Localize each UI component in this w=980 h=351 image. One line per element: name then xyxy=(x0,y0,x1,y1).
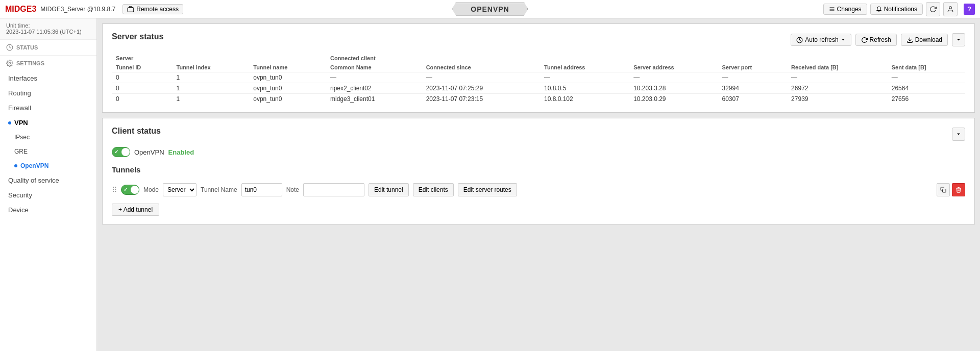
auto-refresh-button[interactable]: Auto refresh xyxy=(791,34,851,46)
unit-time-value: 2023-11-07 11:05:36 (UTC+1) xyxy=(6,29,90,35)
connected_since-cell: — xyxy=(422,72,540,83)
tunnel_name-cell: ovpn_tun0 xyxy=(249,83,326,94)
sidebar-item-security[interactable]: Security xyxy=(0,188,96,203)
sidebar: Unit time: 2023-11-07 11:05:36 (UTC+1) S… xyxy=(0,18,97,351)
mode-label: Mode xyxy=(143,186,159,193)
common_name-cell: midge3_client01 xyxy=(326,94,422,105)
ipsec-label: IPsec xyxy=(14,134,30,141)
notification-icon xyxy=(876,6,882,12)
openvpn-label: OpenVPN xyxy=(20,162,48,169)
add-tunnel-button[interactable]: + Add tunnel xyxy=(112,204,159,216)
note-input[interactable] xyxy=(303,183,364,196)
openvpn-toggle-row: ✓ OpenVPN Enabled xyxy=(112,147,965,157)
note-label: Note xyxy=(286,186,299,193)
enabled-status: Enabled xyxy=(168,148,194,156)
tunnel-name-header: Tunnel name xyxy=(249,63,326,72)
client-collapse-button[interactable] xyxy=(952,128,965,141)
edit-clients-button[interactable]: Edit clients xyxy=(413,183,454,196)
status-section: STATUS xyxy=(0,39,96,55)
openvpn-toggle[interactable]: ✓ xyxy=(112,147,130,157)
tunnel-address-header xyxy=(540,54,629,63)
server_address-cell: 10.203.0.29 xyxy=(629,94,718,105)
tunnel-toggle[interactable]: ✓ xyxy=(121,185,139,195)
user-icon-button[interactable] xyxy=(943,2,958,16)
page-title: OPENVPN xyxy=(452,3,528,16)
connected-since-header: Connected since xyxy=(422,63,540,72)
notifications-label: Notifications xyxy=(884,6,917,13)
tunnel-name-input[interactable] xyxy=(241,183,282,196)
chevron-down-icon2 xyxy=(955,37,962,43)
firewall-label: Firewall xyxy=(8,104,31,112)
tunnel_index-cell: 1 xyxy=(173,94,250,105)
refresh-button[interactable]: Refresh xyxy=(855,34,897,46)
tunnels-title: Tunnels xyxy=(112,165,965,174)
tunnel_name-cell: ovpn_tun0 xyxy=(249,72,326,83)
server-port-col-header: Server port xyxy=(718,63,788,72)
edit-tunnel-button[interactable]: Edit tunnel xyxy=(369,183,409,196)
edit-server-routes-button[interactable]: Edit server routes xyxy=(458,183,517,196)
routing-label: Routing xyxy=(8,89,31,97)
server-status-title: Server status xyxy=(112,32,163,41)
sidebar-item-gre[interactable]: GRE xyxy=(0,144,96,159)
layout: Unit time: 2023-11-07 11:05:36 (UTC+1) S… xyxy=(0,18,980,351)
changes-button[interactable]: Changes xyxy=(823,4,867,15)
sidebar-item-interfaces[interactable]: Interfaces xyxy=(0,71,96,86)
help-button[interactable]: ? xyxy=(964,4,975,15)
tunnel_index-cell: 1 xyxy=(173,72,250,83)
server_port-cell: 60307 xyxy=(718,94,788,105)
svg-rect-0 xyxy=(128,8,134,12)
toggle-check-mark: ✓ xyxy=(114,149,118,155)
connected_since-cell: 2023-11-07 07:23:15 xyxy=(422,94,540,105)
refresh-label: Refresh xyxy=(870,36,891,43)
svg-rect-2 xyxy=(829,9,834,9)
copy-icon xyxy=(940,187,946,193)
remote-access-button[interactable]: Remote access xyxy=(122,4,183,14)
sidebar-item-vpn[interactable]: VPN xyxy=(0,115,96,130)
table-row: 01ovpn_tun0——————— xyxy=(112,72,965,83)
openvpn-label-client: OpenVPN xyxy=(134,148,164,156)
gre-label: GRE xyxy=(14,148,28,155)
sent_data-cell: 26564 xyxy=(888,83,965,94)
tunnel_id-cell: 0 xyxy=(112,72,173,83)
client-status-title: Client status xyxy=(112,127,161,136)
collapse-button[interactable] xyxy=(952,33,965,46)
server-address-header xyxy=(629,54,718,63)
copy-tunnel-button[interactable] xyxy=(937,183,950,196)
received_data-cell: 27939 xyxy=(787,94,888,105)
server_address-cell: 10.203.3.28 xyxy=(629,83,718,94)
drag-handle[interactable]: ⠿ xyxy=(112,186,117,194)
common_name-cell: — xyxy=(326,72,422,83)
sidebar-item-ipsec[interactable]: IPsec xyxy=(0,130,96,144)
tunnel_address-cell: — xyxy=(540,72,629,83)
tunnel_id-cell: 0 xyxy=(112,83,173,94)
sidebar-item-routing[interactable]: Routing xyxy=(0,86,96,101)
sidebar-item-openvpn[interactable]: OpenVPN xyxy=(0,159,96,173)
topbar-right: Changes Notifications ? xyxy=(823,2,975,16)
download-button[interactable]: Download xyxy=(901,34,948,46)
connected-client-header: Connected client xyxy=(326,54,540,63)
tunnel-address-col-header: Tunnel address xyxy=(540,63,629,72)
topbar: MIDGE3 MIDGE3_Server @10.9.8.7 Remote ac… xyxy=(0,0,980,18)
page-title-container: OPENVPN xyxy=(452,3,528,16)
remote-icon xyxy=(127,6,134,13)
svg-rect-3 xyxy=(829,10,834,11)
mode-select[interactable]: Server Client xyxy=(163,183,197,196)
vpn-dot xyxy=(8,121,11,124)
add-tunnel-label: + Add tunnel xyxy=(118,206,153,213)
trash-icon xyxy=(955,187,962,193)
tunnel_name-cell: ovpn_tun0 xyxy=(249,94,326,105)
received_data-cell: 26972 xyxy=(787,83,888,94)
chevron-down-icon xyxy=(841,37,846,42)
server-port-header xyxy=(718,54,788,63)
user-icon xyxy=(947,6,954,13)
tunnel-row: ⠿ ✓ Mode Server Client Tunnel Name Note … xyxy=(112,179,965,200)
tunnel-toggle-check: ✓ xyxy=(124,187,128,192)
sidebar-item-device[interactable]: Device xyxy=(0,203,96,217)
refresh-icon-button[interactable] xyxy=(926,2,940,16)
notifications-button[interactable]: Notifications xyxy=(870,4,923,15)
tunnels-section: Tunnels ⠿ ✓ Mode Server Client Tunnel Na… xyxy=(112,165,965,216)
delete-tunnel-button[interactable] xyxy=(952,183,965,196)
sidebar-item-qos[interactable]: Quality of service xyxy=(0,173,96,188)
sidebar-item-firewall[interactable]: Firewall xyxy=(0,101,96,115)
tunnel_index-cell: 1 xyxy=(173,83,250,94)
